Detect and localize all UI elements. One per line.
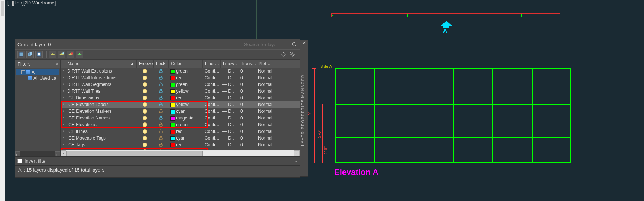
lineweight-cell[interactable]: — D… <box>220 129 238 134</box>
plotstyle-cell[interactable]: Normal <box>256 102 282 107</box>
color-cell[interactable]: yellow <box>168 102 202 107</box>
layer-row[interactable]: •DIRTT Wall Extrusions greenConti…— D…0N… <box>61 68 300 74</box>
plotstyle-cell[interactable]: Normal <box>256 135 282 141</box>
lock-toggle[interactable] <box>153 89 168 94</box>
layer-name[interactable]: ICE Elevation Markers <box>65 109 136 114</box>
lock-toggle[interactable] <box>153 115 168 121</box>
col-name[interactable]: Name <box>68 61 79 66</box>
layer-row[interactable]: •ICE iLines redConti…— D…0Normal <box>61 128 300 135</box>
layer-row[interactable]: •ICE Dimensions redConti…— D…0Normal <box>61 95 300 101</box>
layer-grid-header[interactable]: Name▲ Freeze Lock Color Linet… Linew… Tr… <box>61 60 300 68</box>
lock-toggle[interactable] <box>153 95 168 101</box>
layer-row[interactable]: •ICE Elevation Labels yellowConti…— D…0N… <box>61 101 300 108</box>
collapse-filters-icon[interactable]: « <box>56 61 58 66</box>
plotstyle-cell[interactable]: Normal <box>256 109 282 114</box>
layer-name[interactable]: ICE Elevations <box>65 122 136 127</box>
transparency-cell[interactable]: 0 <box>238 109 256 114</box>
layer-row[interactable]: •ICE Tags redConti…— D…0Normal <box>61 141 300 148</box>
viewport-label[interactable]: [−][Top][2D Wireframe] <box>7 0 56 6</box>
color-cell[interactable]: green <box>168 122 202 127</box>
lineweight-cell[interactable]: — D… <box>220 122 238 127</box>
col-plot[interactable]: Plot … <box>256 60 282 68</box>
linetype-cell[interactable]: Conti… <box>202 89 220 94</box>
linetype-cell[interactable]: Conti… <box>202 68 220 74</box>
layer-name[interactable]: DIRTT Wall Intersections <box>65 75 136 80</box>
linetype-cell[interactable]: Conti… <box>202 122 220 127</box>
layer-grid-body[interactable]: •DIRTT Wall Extrusions greenConti…— D…0N… <box>61 68 300 150</box>
lineweight-cell[interactable]: — D… <box>220 142 238 147</box>
lineweight-cell[interactable]: — D… <box>220 135 238 141</box>
col-linew[interactable]: Linew… <box>221 60 238 68</box>
color-cell[interactable]: red <box>168 95 202 100</box>
transparency-cell[interactable]: 0 <box>238 95 256 100</box>
layer-row[interactable]: •ICE Elevations greenConti…— D…0Normal <box>61 121 300 128</box>
plotstyle-cell[interactable]: Normal <box>256 68 282 74</box>
layer-row[interactable]: •ICE Elevation Markers cyanConti…— D…0No… <box>61 108 300 115</box>
color-cell[interactable]: magenta <box>168 115 202 121</box>
color-cell[interactable]: red <box>168 129 202 134</box>
plotstyle-cell[interactable]: Normal <box>256 115 282 121</box>
layer-name[interactable]: ICE iLines <box>65 129 136 134</box>
linetype-cell[interactable]: Conti… <box>202 102 220 107</box>
settings-button[interactable] <box>289 51 296 58</box>
lineweight-cell[interactable]: — D… <box>220 109 238 114</box>
linetype-cell[interactable]: Conti… <box>202 142 220 147</box>
filter-node-all-used[interactable]: All Used La <box>16 75 59 81</box>
linetype-cell[interactable]: Conti… <box>202 129 220 134</box>
transparency-cell[interactable]: 0 <box>238 129 256 134</box>
transparency-cell[interactable]: 0 <box>238 89 256 94</box>
freeze-toggle[interactable] <box>136 136 153 140</box>
new-layer-button[interactable] <box>49 51 56 58</box>
lock-toggle[interactable] <box>153 135 168 141</box>
lineweight-cell[interactable]: — D… <box>220 75 238 80</box>
lock-toggle[interactable] <box>153 68 168 74</box>
color-cell[interactable]: green <box>168 82 202 87</box>
transparency-cell[interactable]: 0 <box>238 75 256 80</box>
close-icon[interactable]: ✕ <box>300 40 308 47</box>
layer-name[interactable]: ICE Moveable Tags <box>65 135 136 141</box>
freeze-toggle[interactable] <box>136 69 153 73</box>
layer-name[interactable]: ICE Dimensions <box>65 95 136 100</box>
col-trans[interactable]: Trans… <box>238 60 256 68</box>
filter-node-all[interactable]: − All <box>16 69 59 75</box>
transparency-cell[interactable]: 0 <box>238 135 256 141</box>
lock-toggle[interactable] <box>153 75 168 81</box>
layer-name[interactable]: ICE Elevation Labels <box>65 102 136 107</box>
linetype-cell[interactable]: Conti… <box>202 115 220 121</box>
transparency-cell[interactable]: 0 <box>238 142 256 147</box>
lineweight-cell[interactable]: — D… <box>220 95 238 100</box>
lock-toggle[interactable] <box>153 122 168 128</box>
plan-view-strip[interactable] <box>331 13 560 17</box>
transparency-cell[interactable]: 0 <box>238 122 256 127</box>
delete-layer-button[interactable] <box>67 51 74 58</box>
layer-row[interactable]: •DIRTT Wall Segments greenConti…— D…0Nor… <box>61 81 300 88</box>
freeze-toggle[interactable] <box>136 76 153 80</box>
lock-toggle[interactable] <box>153 102 168 108</box>
color-cell[interactable]: cyan <box>168 109 202 114</box>
lock-toggle[interactable] <box>153 109 168 114</box>
col-lock[interactable]: Lock <box>154 60 169 68</box>
plotstyle-cell[interactable]: Normal <box>256 75 282 80</box>
plotstyle-cell[interactable]: Normal <box>256 129 282 134</box>
freeze-toggle[interactable] <box>136 96 153 100</box>
lineweight-cell[interactable]: — D… <box>220 115 238 121</box>
lineweight-cell[interactable]: — D… <box>220 102 238 107</box>
new-filter-button[interactable] <box>17 51 25 58</box>
color-cell[interactable]: red <box>168 142 202 147</box>
freeze-toggle[interactable] <box>136 116 153 120</box>
layer-name[interactable]: ICE Tags <box>65 142 136 147</box>
plotstyle-cell[interactable]: Normal <box>256 89 282 94</box>
layer-name[interactable]: DIRTT Wall Tiles <box>65 89 136 94</box>
layer-name[interactable]: DIRTT Wall Extrusions <box>65 68 136 74</box>
panel-side-tab[interactable]: ✕ LAYER PROPERTIES MANAGER <box>300 40 308 177</box>
freeze-toggle[interactable] <box>136 89 153 93</box>
layers-hscroll[interactable]: ‹ › <box>61 150 300 156</box>
linetype-cell[interactable]: Conti… <box>202 95 220 100</box>
linetype-cell[interactable]: Conti… <box>202 135 220 141</box>
search-input[interactable] <box>244 42 289 47</box>
transparency-cell[interactable]: 0 <box>238 102 256 107</box>
lock-toggle[interactable] <box>153 82 168 87</box>
plotstyle-cell[interactable]: Normal <box>256 142 282 147</box>
lock-toggle[interactable] <box>153 129 168 134</box>
plotstyle-cell[interactable]: Normal <box>256 82 282 87</box>
